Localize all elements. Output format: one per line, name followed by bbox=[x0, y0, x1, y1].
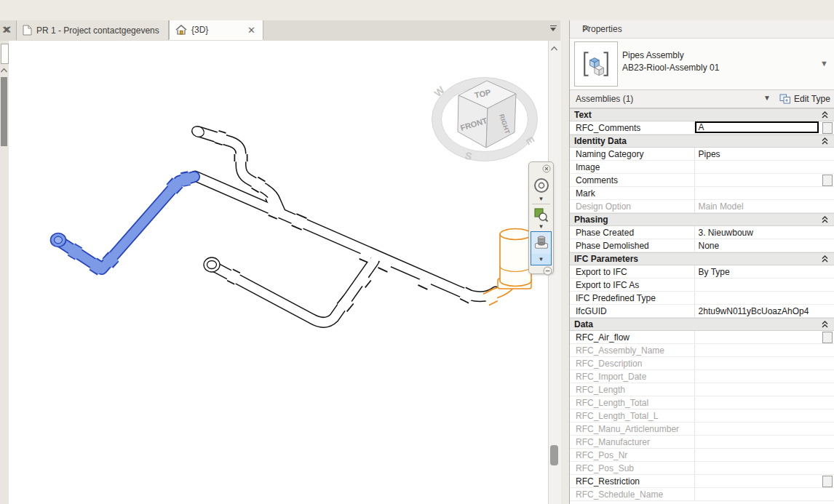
property-value[interactable]: Main Model bbox=[695, 200, 822, 212]
property-value[interactable] bbox=[695, 423, 822, 435]
property-value[interactable] bbox=[695, 436, 822, 448]
property-value[interactable]: By Type bbox=[695, 265, 822, 278]
property-label: Comments bbox=[570, 174, 695, 186]
group-name: Identity Data bbox=[570, 136, 822, 146]
steering-wheel-icon[interactable] bbox=[533, 177, 550, 194]
property-value[interactable] bbox=[695, 174, 822, 186]
property-value[interactable]: Pipes bbox=[695, 148, 822, 160]
drawing-area[interactable]: W S E TOP FRONT RIGHT bbox=[9, 41, 548, 504]
property-row[interactable]: RFC_Description bbox=[570, 357, 834, 370]
property-value[interactable] bbox=[695, 357, 822, 369]
property-row[interactable]: Mark bbox=[570, 187, 834, 200]
palette-scrollbar-thumb[interactable] bbox=[1, 77, 7, 146]
property-value[interactable] bbox=[695, 292, 822, 304]
property-value[interactable] bbox=[695, 279, 822, 291]
property-value[interactable]: 2htu9wN011yBcUoazAhOp4 bbox=[695, 305, 822, 317]
property-value[interactable]: A bbox=[695, 121, 822, 134]
wheel-dropdown-icon[interactable]: ▼ bbox=[529, 196, 553, 202]
property-value[interactable] bbox=[695, 344, 822, 356]
property-value-input[interactable]: A bbox=[695, 121, 819, 133]
property-row[interactable]: RFC_Length_Total_L bbox=[570, 409, 834, 423]
navbar-close-icon[interactable] bbox=[542, 164, 551, 173]
property-label: RFC_Length bbox=[570, 383, 695, 396]
property-value[interactable] bbox=[695, 383, 822, 396]
property-row[interactable]: RFC_Length_Total bbox=[570, 396, 834, 409]
property-row[interactable]: RFC_Schedule_Name bbox=[570, 488, 834, 501]
property-value[interactable] bbox=[695, 187, 822, 199]
property-value[interactable] bbox=[695, 488, 822, 500]
property-value[interactable] bbox=[695, 409, 822, 422]
property-value[interactable]: None bbox=[695, 239, 822, 252]
property-label: RFC_Assembly_Name bbox=[570, 344, 695, 356]
pan-tool-active[interactable] bbox=[531, 231, 552, 255]
collapse-icon[interactable] bbox=[822, 111, 828, 119]
type-selector[interactable]: Pipes Assembly AB23-Riool-Assembly 01 ▼ bbox=[570, 39, 834, 90]
palette-close-icon[interactable]: ✕ bbox=[1, 24, 11, 36]
property-row[interactable]: IFC Predefined Type bbox=[570, 292, 834, 305]
collapse-icon[interactable] bbox=[822, 216, 828, 223]
property-value[interactable] bbox=[695, 396, 822, 409]
tab-list-icon[interactable] bbox=[547, 24, 559, 34]
property-row[interactable]: Design OptionMain Model bbox=[570, 200, 834, 213]
property-row[interactable]: Image bbox=[570, 161, 834, 174]
property-row[interactable]: Naming CategoryPipes bbox=[570, 148, 834, 161]
selected-pipe-run[interactable] bbox=[51, 177, 195, 270]
property-row[interactable]: Export to IFCBy Type bbox=[570, 265, 834, 279]
palette-splitter[interactable] bbox=[561, 20, 569, 504]
tab-3d-view[interactable]: {3D} ✕ bbox=[169, 20, 263, 40]
property-row[interactable]: IfcGUID2htu9wN011yBcUoazAhOp4 bbox=[570, 305, 834, 318]
property-value[interactable] bbox=[695, 331, 822, 343]
property-row[interactable]: RFC_Restriction bbox=[570, 475, 834, 488]
zoom-dropdown-icon[interactable]: ▼ bbox=[529, 224, 553, 230]
property-value[interactable] bbox=[695, 462, 822, 474]
property-browse-button[interactable] bbox=[822, 476, 833, 487]
pan-dropdown-icon[interactable]: ▼ bbox=[531, 254, 552, 265]
property-row[interactable]: RFC_Pos_Nr bbox=[570, 449, 834, 462]
viewcube[interactable]: W S E TOP FRONT RIGHT bbox=[432, 78, 537, 163]
property-group-header[interactable]: Data bbox=[570, 318, 834, 331]
property-value[interactable] bbox=[695, 161, 822, 173]
property-value[interactable]: 3. Nieuwbouw bbox=[695, 226, 822, 239]
property-browse-button[interactable] bbox=[822, 332, 833, 343]
property-group-header[interactable]: Text bbox=[570, 108, 834, 121]
collapse-icon[interactable] bbox=[822, 137, 828, 145]
property-row[interactable]: RFC_CommentsA bbox=[570, 121, 834, 135]
property-value[interactable] bbox=[695, 475, 822, 487]
property-row[interactable]: RFC_Assembly_Name bbox=[570, 344, 834, 357]
tab-project-sheet[interactable]: PR 1 - Project contactgegevens bbox=[16, 20, 169, 40]
property-group-header[interactable]: IFC Parameters bbox=[570, 252, 834, 265]
type-selector-dropdown-icon[interactable]: ▼ bbox=[820, 59, 828, 68]
property-row[interactable]: RFC_Air_flow bbox=[570, 331, 834, 344]
property-row[interactable]: Comments bbox=[570, 174, 834, 187]
property-row[interactable]: Phase DemolishedNone bbox=[570, 239, 834, 252]
property-group-header[interactable]: Identity Data bbox=[570, 135, 834, 148]
property-value[interactable] bbox=[695, 370, 822, 383]
property-row[interactable]: RFC_Import_Date bbox=[570, 370, 834, 383]
tab-close-icon[interactable]: ✕ bbox=[246, 25, 257, 36]
palette-scroll-up-icon[interactable] bbox=[0, 67, 8, 74]
properties-close-icon[interactable]: ✕ bbox=[582, 23, 828, 34]
property-row[interactable]: RFC_Length bbox=[570, 383, 834, 396]
property-row[interactable]: RFC_Manu_Articlenumber bbox=[570, 423, 834, 436]
property-row[interactable]: RFC_Manufacturer bbox=[570, 436, 834, 449]
property-label: RFC_Import_Date bbox=[570, 370, 695, 383]
pipe-network[interactable] bbox=[190, 124, 496, 322]
property-value[interactable] bbox=[695, 449, 822, 461]
canvas-scrollbar-thumb[interactable] bbox=[550, 445, 558, 465]
property-row[interactable]: Export to IFC As bbox=[570, 279, 834, 292]
properties-title-bar[interactable]: Properties ✕ bbox=[570, 20, 834, 39]
edit-type-button[interactable]: Edit Type bbox=[777, 92, 833, 106]
canvas-scroll-up-icon[interactable] bbox=[548, 42, 560, 53]
collapse-icon[interactable] bbox=[822, 321, 828, 328]
property-browse-button[interactable] bbox=[822, 175, 833, 186]
collapse-icon[interactable] bbox=[822, 255, 828, 263]
navbar-collapse-icon[interactable] bbox=[543, 266, 552, 276]
property-group-header[interactable]: Phasing bbox=[570, 213, 834, 226]
filter-dropdown-icon[interactable]: ▼ bbox=[763, 94, 771, 102]
property-browse-button[interactable] bbox=[822, 122, 833, 134]
zoom-region-icon[interactable] bbox=[533, 207, 549, 223]
highlighted-riser-pipe[interactable] bbox=[485, 229, 531, 300]
edit-type-icon bbox=[779, 94, 791, 104]
property-row[interactable]: Phase Created3. Nieuwbouw bbox=[570, 226, 834, 239]
property-row[interactable]: RFC_Pos_Sub bbox=[570, 462, 834, 475]
